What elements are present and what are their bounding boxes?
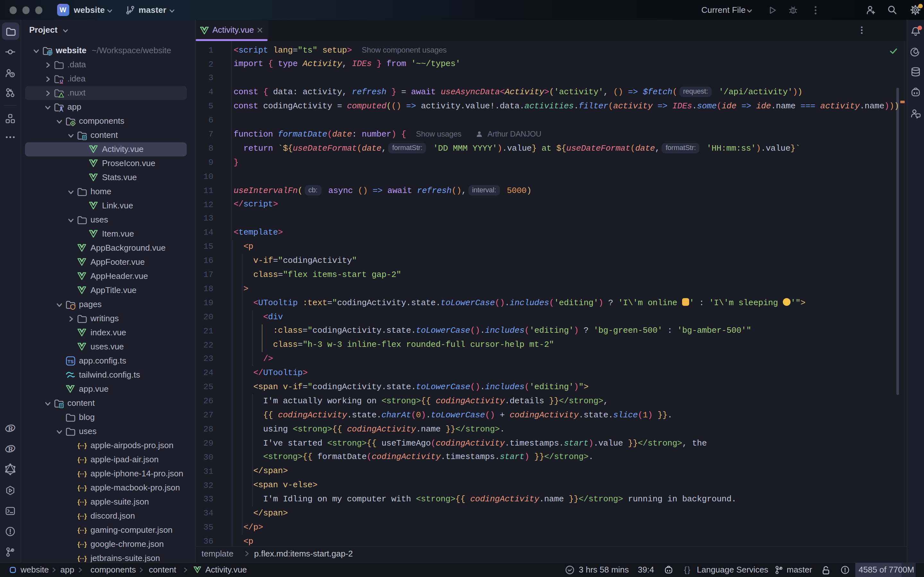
svg-text:R: R bbox=[8, 445, 13, 453]
svg-text:{··}: {··} bbox=[78, 484, 87, 492]
svg-text:{··}: {··} bbox=[78, 470, 87, 477]
svg-text:{··}: {··} bbox=[78, 498, 87, 506]
svg-text:?: ? bbox=[11, 72, 13, 77]
svg-text:{··}: {··} bbox=[78, 555, 87, 562]
svg-text:{··}: {··} bbox=[78, 527, 87, 534]
svg-text:{··}: {··} bbox=[78, 513, 87, 520]
svg-text:TS: TS bbox=[67, 359, 73, 364]
svg-text:{··}: {··} bbox=[78, 442, 87, 449]
svg-text:{··}: {··} bbox=[78, 456, 87, 463]
svg-text:R: R bbox=[8, 424, 13, 432]
svg-text:{··}: {··} bbox=[78, 541, 87, 548]
